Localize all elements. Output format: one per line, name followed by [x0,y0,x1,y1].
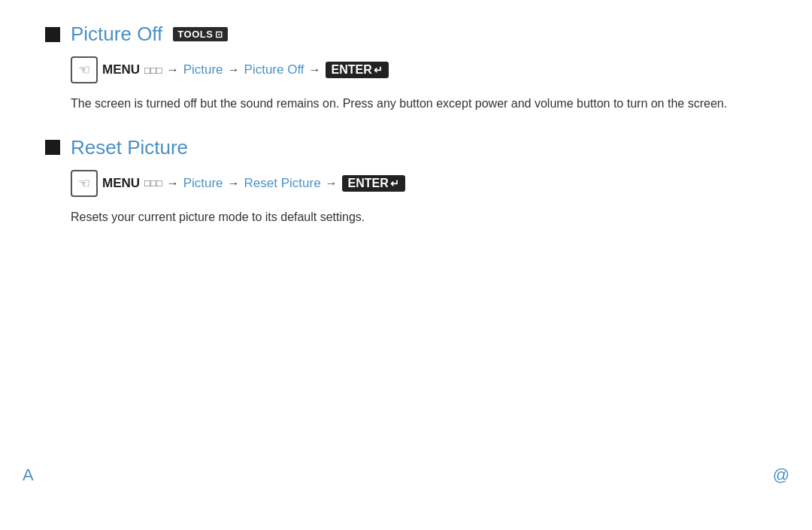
page-letter-at: @ [773,465,789,485]
section-picture-off: Picture Off TOOLS ⊡ ☜ MENU □□□ → Picture… [45,23,767,114]
enter-label-0: ENTER [332,63,372,77]
enter-key-1: ENTER ↵ [342,175,405,192]
tools-label: TOOLS [177,29,213,40]
tools-badge: TOOLS ⊡ [173,27,228,41]
description-reset-picture: Resets your current picture mode to its … [71,207,747,227]
section-reset-picture: Reset Picture ☜ MENU □□□ → Picture → Res… [45,136,767,227]
menu-step-1-0: Picture [183,176,223,191]
menu-label-1: MENU [102,176,140,191]
enter-arrow-icon-0: ↵ [374,64,383,76]
arrow-1: → [167,63,179,77]
section-header-picture-off: Picture Off TOOLS ⊡ [45,23,767,46]
arrow-3: → [309,63,321,77]
bullet-icon [45,27,60,42]
menu-hand-icon: ☜ [71,56,98,83]
menu-path-picture-off: ☜ MENU □□□ → Picture → Picture Off → ENT… [71,56,767,83]
enter-key-0: ENTER ↵ [326,62,389,78]
tools-icon: ⊡ [215,29,223,40]
enter-label-1: ENTER [348,177,389,190]
page-letter-a: A [23,465,34,485]
menu-path-reset-picture: ☜ MENU □□□ → Picture → Reset Picture → E… [71,170,767,197]
bullet-icon-2 [45,140,60,155]
menu-step-1-1: Reset Picture [244,176,321,191]
section-header-reset-picture: Reset Picture [45,136,767,159]
arrow-2: → [228,63,240,77]
menu-label-0: MENU [102,62,140,77]
arrow-4: → [167,177,179,190]
menu-hand-icon-2: ☜ [71,170,98,197]
description-picture-off: The screen is turned off but the sound r… [71,94,747,114]
enter-arrow-icon-1: ↵ [390,177,399,189]
menu-step-0-0: Picture [183,62,223,77]
page-content: Picture Off TOOLS ⊡ ☜ MENU □□□ → Picture… [0,0,812,271]
menu-bar-icon-0: □□□ [144,65,162,76]
menu-bar-icon-1: □□□ [144,177,162,189]
arrow-5: → [228,177,240,190]
section-title-reset-picture: Reset Picture [71,136,188,159]
section-title-picture-off: Picture Off [71,23,162,46]
menu-step-0-1: Picture Off [244,62,304,77]
arrow-6: → [326,177,338,190]
